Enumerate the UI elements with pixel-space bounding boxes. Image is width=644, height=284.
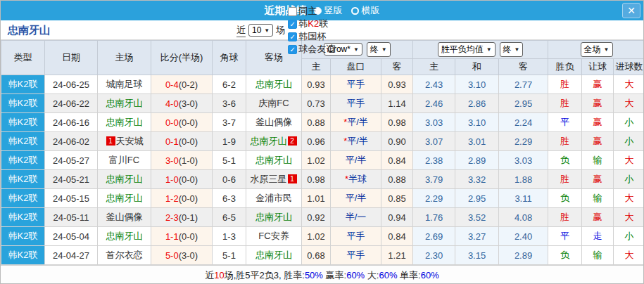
checkbox-checked-icon[interactable]: ✓: [288, 32, 297, 41]
col-avg-home: 主: [413, 59, 455, 75]
result-goals-cell: 小: [614, 227, 644, 246]
team-name: 天安城: [116, 136, 144, 146]
col-corner: 角球: [213, 41, 246, 75]
halftime-score: (0-0): [179, 231, 198, 242]
league-cell: 韩K2联: [1, 94, 45, 113]
matches-label: 场: [276, 24, 285, 37]
recent-count-value: 10: [252, 25, 261, 35]
result-goals-cell: 大: [614, 246, 644, 265]
avg-draw-cell: 3.27: [455, 227, 499, 246]
filter-checkbox-球会友谊[interactable]: ✓球会友谊: [288, 43, 335, 56]
summary-segment: 单率:: [397, 270, 420, 280]
avg-home-cell: 2.29: [413, 189, 455, 208]
result-wdl-cell: 胜: [548, 132, 582, 151]
away-team-cell: 忠南牙山: [246, 151, 302, 170]
result-handicap-cell: 输: [582, 189, 614, 208]
avg-home-cell: 2.43: [413, 75, 455, 94]
avg-away-cell: 2.77: [499, 75, 548, 94]
checkbox-checked-icon[interactable]: ✓: [288, 45, 297, 54]
col-result-goals: 进球数: [614, 59, 644, 75]
result-wdl-cell: 胜: [548, 170, 582, 189]
date-cell: 24-06-25: [45, 75, 98, 94]
avg-group-header: 胜平负均值▼终▼: [413, 41, 548, 59]
corner-cell: 6-2: [213, 75, 246, 94]
radio-horizontal-label: 横版: [362, 4, 380, 17]
handicap-change-star: *: [343, 117, 347, 127]
recent-label: 近: [236, 24, 246, 37]
avg-away-cell: 4.08: [499, 208, 548, 227]
match-history-table: 类型 日期 主场 比分(半场) 角球 客场 Crow*▼终▼ 胜平负均值▼终▼ …: [1, 40, 644, 265]
league-cell: 韩K2联: [1, 132, 45, 151]
score-cell: 1-1(0-0): [151, 227, 213, 246]
avg-away-cell: 2.89: [499, 246, 548, 265]
col-home: 主场: [98, 41, 151, 75]
summary-segment: 10: [214, 270, 224, 280]
checkbox-checked-icon[interactable]: ✓: [288, 20, 297, 29]
avg-type-select[interactable]: 胜平负均值▼: [438, 42, 495, 57]
result-handicap-cell: 输: [582, 246, 614, 265]
table-row: 韩K2联24-05-04忠南牙山1-1(0-0)1-3FC安养1.02平手0.8…: [1, 227, 644, 246]
radio-horizontal-layout[interactable]: 横版: [351, 4, 380, 17]
corner-cell: 5-1: [213, 246, 246, 265]
checkbox-unchecked-icon[interactable]: [288, 7, 297, 16]
handicap-cell: *平/半: [331, 113, 381, 132]
league-cell: 韩K2联: [1, 246, 45, 265]
summary-segment: 60%: [346, 270, 365, 280]
score-cell: 0-1(0-0): [151, 132, 213, 151]
away-team-cell: 金浦市民: [246, 189, 302, 208]
avg-away-cell: 2.24: [499, 113, 548, 132]
table-row: 韩K2联24-04-27首尔衣恋5-0(3-0)5-1忠南牙山0.68平手1.2…: [1, 246, 644, 265]
checkbox-label: 韩K2联: [298, 18, 328, 30]
result-handicap-cell: 赢: [582, 75, 614, 94]
team-name: 忠南牙山: [255, 79, 292, 89]
table-row: 韩K2联24-05-27富川FC3-0(1-0)5-1忠南牙山1.02平/半0.…: [1, 151, 644, 170]
radio-unselected-icon[interactable]: [351, 7, 359, 15]
avg-draw-cell: 3.32: [455, 170, 499, 189]
recent-results-popup: 近期战绩 竖版 横版 ✕ 忠南牙山 近 10 ▼ 场 同主✓韩K2联✓韩国杯✓球…: [0, 0, 644, 284]
away-team-cell: 忠南牙山: [246, 208, 302, 227]
halftime-score: (0-0): [179, 193, 198, 204]
odds-away-cell: 0.88: [381, 170, 413, 189]
team-name: 首尔衣恋: [106, 250, 143, 260]
corner-cell: 6-5: [213, 208, 246, 227]
recent-count-select[interactable]: 10 ▼: [248, 24, 273, 37]
odds-home-cell: 1.01: [302, 189, 331, 208]
dropdown-arrow-icon: ▼: [264, 27, 270, 34]
scope-select[interactable]: 全场▼: [581, 42, 613, 57]
avg-draw-cell: 2.89: [455, 151, 499, 170]
team-name: 庆南FC: [258, 98, 289, 108]
halftime-score: (0-1): [179, 212, 198, 223]
close-icon[interactable]: ✕: [622, 3, 640, 18]
odds-away-cell: 0.84: [381, 151, 413, 170]
filter-checkbox-同主[interactable]: 同主: [288, 5, 335, 18]
table-row: 韩K2联24-06-16忠南牙山0-0(0-0)3-7釜山偶像0.88*平/半0…: [1, 113, 644, 132]
summary-segment: 60%: [421, 270, 439, 280]
odds-away-cell: 0.98: [381, 113, 413, 132]
filter-checkbox-韩K2联[interactable]: ✓韩K2联: [288, 18, 335, 30]
team-name: 忠南牙山: [255, 155, 292, 165]
summary-segment: 场,胜5平2负3, 胜率:: [225, 270, 305, 280]
summary-footer: 近10场,胜5平2负3, 胜率:50% 赢率:60% 大:60% 单率:60%: [1, 265, 643, 284]
away-team-cell: 忠南牙山2: [246, 132, 302, 151]
filter-checkbox-group: 同主✓韩K2联✓韩国杯✓球会友谊: [288, 5, 335, 56]
team-name: 忠南牙山: [106, 193, 143, 203]
table-row: 韩K2联24-06-25城南足球0-4(0-2)6-2忠南牙山0.93平手0.9…: [1, 75, 644, 94]
team-name: 忠南牙山: [106, 174, 143, 184]
odds-home-cell: 0.88: [302, 113, 331, 132]
fulltime-score: 1-0: [165, 174, 179, 185]
handicap-change-star: *: [345, 174, 348, 184]
home-team-cell: 忠南牙山: [98, 94, 151, 113]
col-odds-handicap: 盘口: [331, 59, 381, 75]
odds-home-cell: 0.96: [302, 132, 331, 151]
result-wdl-cell: 平: [548, 227, 582, 246]
halftime-score: (0-0): [179, 136, 198, 147]
filter-checkbox-韩国杯[interactable]: ✓韩国杯: [288, 30, 335, 43]
team-name: FC安养: [258, 231, 289, 241]
col-result-handicap: 让球: [582, 59, 614, 75]
avg-draw-cell: 2.95: [455, 189, 499, 208]
col-odds-away: 客: [381, 59, 413, 75]
avg-final-select[interactable]: 终▼: [500, 42, 524, 57]
checkbox-label: 球会友谊: [298, 43, 335, 56]
dropdown-arrow-icon: ▼: [514, 46, 520, 53]
odds-final-select[interactable]: 终▼: [367, 42, 391, 57]
